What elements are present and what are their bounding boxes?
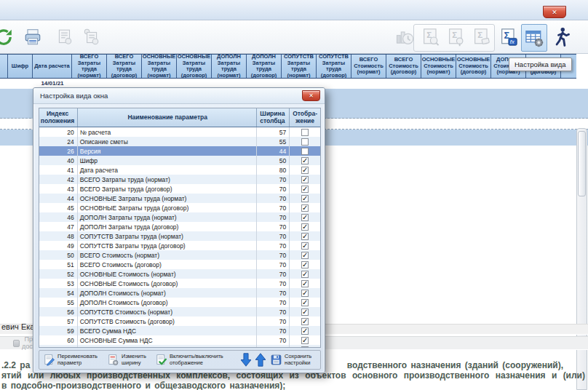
- parameter-row[interactable]: 43ВСЕГО Затраты труда (договор)70: [39, 184, 320, 194]
- view-settings-button[interactable]: [521, 24, 547, 52]
- refresh-icon[interactable]: [0, 26, 15, 48]
- display-checkbox[interactable]: [301, 280, 309, 287]
- display-checkbox[interactable]: [301, 318, 309, 325]
- grid-column-header[interactable]: ДОПОЛН Затраты труда (нормат): [212, 55, 247, 78]
- grid-column-header[interactable]: Шифр: [8, 55, 33, 78]
- parameter-row[interactable]: 53ОСНОВНЫЕ Стоимость (договор)70: [39, 279, 320, 288]
- display-checkbox[interactable]: [301, 271, 309, 278]
- display-checkbox[interactable]: [301, 346, 309, 349]
- grid-column-header[interactable]: ОСНОВНЫЕ Затраты труда (нормат): [142, 55, 177, 78]
- parameter-row[interactable]: 41Дата расчета80: [39, 165, 320, 175]
- param-display-cell: [290, 269, 320, 279]
- parameter-row[interactable]: 60ОСНОВНЫЕ Сумма НДС70: [39, 335, 320, 345]
- vertical-scrollbar[interactable]: [576, 128, 587, 390]
- param-index-cell: 49: [39, 241, 78, 250]
- sum-export-icon[interactable]: Σ: [471, 26, 493, 48]
- display-checkbox[interactable]: [301, 138, 309, 146]
- sum-preview-icon[interactable]: Σ: [445, 26, 467, 48]
- rename-parameter-button[interactable]: Переименовать параметр: [43, 354, 103, 366]
- save-settings-button[interactable]: Сохранить настройки: [270, 354, 317, 366]
- sum-search-icon[interactable]: Σ: [420, 26, 442, 48]
- grid-column-header[interactable]: ВСЕГО Стоимость (нормат): [351, 55, 386, 78]
- grid-column-header[interactable]: СОПУТСТВ Затраты труда (договор): [317, 55, 351, 78]
- sum-fx-icon[interactable]: Σfx: [498, 26, 520, 48]
- display-checkbox[interactable]: [301, 195, 309, 202]
- param-display-cell: [290, 231, 320, 241]
- parameter-row[interactable]: 24Описание сметы55: [39, 137, 320, 146]
- print-settings-icon[interactable]: [80, 26, 102, 48]
- grid-column-header[interactable]: ВСЕГО Затраты труда (договор): [107, 55, 142, 78]
- main-close-button[interactable]: ✕: [543, 6, 566, 18]
- param-display-cell: [290, 298, 320, 307]
- parameter-row[interactable]: 47ДОПОЛН Затраты труда (договор)70: [39, 222, 320, 231]
- column-header-name[interactable]: Наименование параметра: [78, 108, 257, 127]
- display-checkbox[interactable]: [301, 186, 309, 193]
- parameter-row[interactable]: 44ОСНОВНЫЕ Затраты труда (нормат)70: [39, 194, 320, 203]
- display-checkbox[interactable]: [301, 327, 309, 335]
- dialog-close-button[interactable]: ✕: [302, 90, 320, 101]
- display-checkbox[interactable]: [301, 214, 309, 221]
- display-checkbox[interactable]: [301, 204, 309, 212]
- parameter-row[interactable]: 26Версия44: [39, 146, 320, 156]
- grid-column-header[interactable]: [0, 55, 8, 78]
- chart-time-icon[interactable]: [394, 26, 416, 48]
- display-checkbox[interactable]: [301, 252, 309, 259]
- parameter-row[interactable]: 52ОСНОВНЫЕ Стоимость (нормат)70: [39, 269, 320, 279]
- display-checkbox[interactable]: [301, 299, 309, 306]
- print-preview-icon[interactable]: [54, 26, 76, 48]
- param-index-cell: 56: [39, 307, 78, 317]
- grid-column-header[interactable]: Дата расчета: [33, 55, 72, 78]
- parameter-row[interactable]: 40Шифр50: [39, 156, 320, 165]
- grid-column-header[interactable]: ОСНОВНЫЕ Стоимость (договор): [456, 55, 491, 78]
- display-checkbox[interactable]: [301, 129, 309, 136]
- param-name-cell: ДОПОЛН Затраты труда (нормат): [78, 212, 258, 222]
- display-checkbox[interactable]: [301, 242, 309, 250]
- display-checkbox[interactable]: [301, 157, 309, 164]
- parameter-row[interactable]: 59ВСЕГО Сумма НДС70: [39, 326, 320, 335]
- param-index-cell: 47: [39, 222, 78, 231]
- view-settings-tooltip: Настройка вида: [509, 57, 572, 71]
- change-width-button[interactable]: Изменить ширину: [107, 354, 151, 366]
- parameter-row[interactable]: 51ВСЕГО Стоимость (договор)70: [39, 260, 320, 269]
- display-checkbox[interactable]: [301, 148, 309, 155]
- parameter-row[interactable]: 57СОПУТСТВ Стоимость (договор)70: [39, 317, 320, 326]
- parameter-row[interactable]: 42ВСЕГО Затраты труда (нормат)70: [39, 175, 320, 184]
- move-down-icon[interactable]: [241, 353, 251, 367]
- display-checkbox[interactable]: [301, 261, 309, 268]
- grid-column-header[interactable]: СОПУТСТВ Затраты труда (нормат): [282, 55, 317, 78]
- display-checkbox[interactable]: [301, 176, 309, 183]
- column-header-width[interactable]: Ширина столбца: [257, 108, 290, 127]
- parameter-row[interactable]: 48СОПУТСТВ Затраты труда (нормат)70: [39, 231, 320, 241]
- parameter-row[interactable]: 56СОПУТСТВ Стоимость (нормат)70: [39, 307, 320, 317]
- grid-column-header[interactable]: ДОПОЛН Затраты труда (договор): [247, 55, 282, 78]
- grid-column-header[interactable]: ВСЕГО Затраты труда (нормат): [72, 55, 107, 78]
- parameter-row[interactable]: 54ДОПОЛН Стоимость (нормат)70: [39, 288, 320, 298]
- display-checkbox[interactable]: [301, 337, 309, 344]
- parameter-row[interactable]: 61ДОПОЛН Сумма НДС70: [39, 345, 320, 348]
- parameter-row[interactable]: 55ДОПОЛН Стоимость (договор)70: [39, 298, 320, 307]
- column-header-display[interactable]: Отобра-жение: [290, 108, 320, 127]
- move-up-icon[interactable]: [255, 353, 266, 367]
- grid-column-header[interactable]: ВСЕГО Стоимость (договор): [386, 55, 421, 78]
- parameter-row[interactable]: 46ДОПОЛН Затраты труда (нормат)70: [39, 212, 320, 222]
- display-checkbox[interactable]: [301, 290, 309, 297]
- display-checkbox[interactable]: [301, 233, 309, 240]
- column-header-index[interactable]: Индекс положения: [39, 108, 78, 127]
- param-display-cell: [290, 250, 320, 260]
- param-display-cell: [290, 156, 320, 165]
- param-index-cell: 41: [39, 165, 78, 175]
- toggle-display-button[interactable]: Включить/выключить отображение: [155, 354, 231, 366]
- param-width-cell: 70: [257, 298, 290, 307]
- parameter-row[interactable]: 20№ расчета57: [39, 127, 320, 137]
- parameter-row[interactable]: 45ОСНОВНЫЕ Затраты труда (договор)70: [39, 203, 320, 212]
- grid-column-header[interactable]: ОСНОВНЫЕ Затраты труда (договор): [177, 55, 212, 78]
- print-icon[interactable]: [22, 26, 44, 48]
- display-checkbox[interactable]: [301, 223, 309, 231]
- parameter-row[interactable]: 50ВСЕГО Стоимость (нормат)70: [39, 250, 320, 260]
- parameter-row[interactable]: 49СОПУТСТВ Затраты труда (договор)70: [39, 241, 320, 250]
- scrollbar-thumb[interactable]: [578, 131, 586, 196]
- display-checkbox[interactable]: [301, 309, 309, 316]
- grid-column-header[interactable]: ОСНОВНЫЕ Стоимость (нормат): [421, 55, 456, 78]
- display-checkbox[interactable]: [301, 167, 309, 174]
- walker-icon[interactable]: [551, 26, 573, 48]
